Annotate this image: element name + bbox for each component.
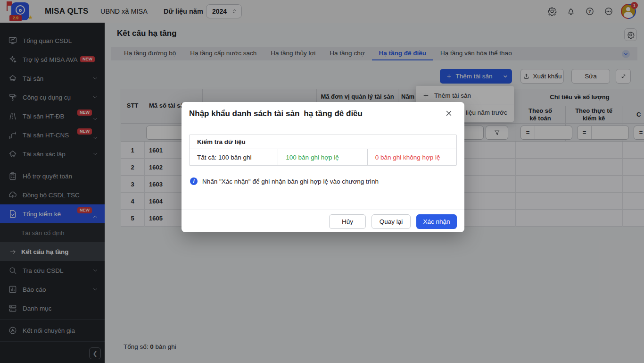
cancel-button[interactable]: Hủy xyxy=(329,214,366,229)
back-button[interactable]: Quay lại xyxy=(372,214,411,229)
invalid-records: 0 bản ghi không hợp lệ xyxy=(368,149,456,165)
data-check-table: Kiểm tra dữ liệu Tất cả: 100 bản ghi 100… xyxy=(189,135,457,166)
check-table-header: Kiểm tra dữ liệu xyxy=(190,135,456,149)
import-result-modal: Nhập khẩu danh sách tài sảnhạ tầng đê đi… xyxy=(182,102,464,232)
modal-title: Nhập khẩu danh sách tài sảnhạ tầng đê đi… xyxy=(189,109,363,118)
confirm-button[interactable]: Xác nhận xyxy=(416,214,457,229)
modal-note: i Nhấn "Xác nhận" để ghi nhận bản ghi hợ… xyxy=(190,177,379,185)
valid-records: 100 bản ghi hợp lệ xyxy=(278,149,367,165)
total-records: Tất cả: 100 bản ghi xyxy=(190,149,278,165)
check-table-row: Tất cả: 100 bản ghi 100 bản ghi hợp lệ 0… xyxy=(190,149,456,165)
info-icon: i xyxy=(190,177,198,185)
modal-footer: Hủy Quay lại Xác nhận xyxy=(182,210,464,232)
app-window: 2.9 ★ MISA QLTS UBND xã MISA Dữ liệu năm… xyxy=(0,0,644,363)
close-icon[interactable] xyxy=(445,109,453,118)
